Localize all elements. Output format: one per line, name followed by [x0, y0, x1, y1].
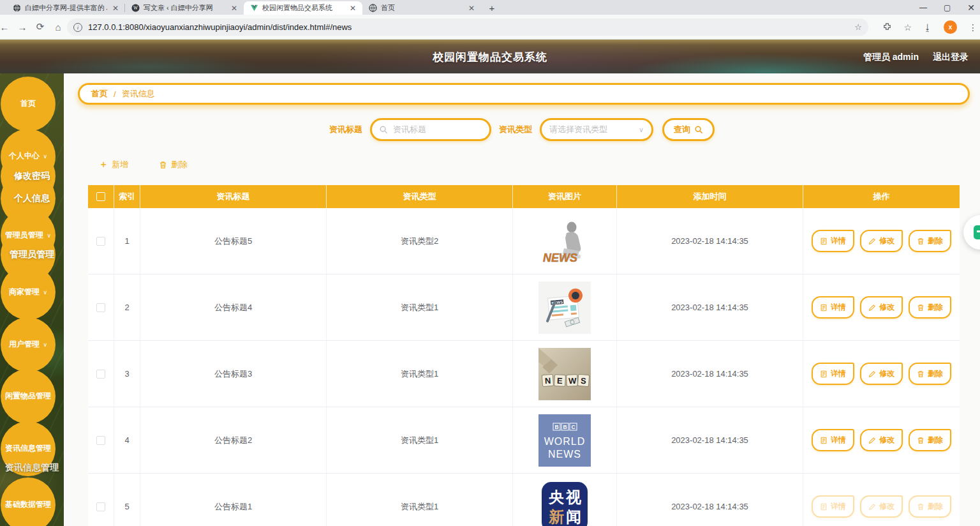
news-title-input[interactable]: 资讯标题: [370, 118, 491, 141]
news-flat-image[interactable]: NEWS: [538, 282, 591, 334]
column-header-0: 索引: [114, 185, 140, 208]
edit-button[interactable]: 修改: [860, 429, 903, 451]
sidebar-item-8[interactable]: 闲置物品管理: [1, 369, 56, 424]
checkbox[interactable]: [96, 192, 105, 201]
news-figure-image[interactable]: NEWS: [538, 216, 591, 266]
back-icon[interactable]: ←: [0, 20, 11, 34]
browser-toolbar: ← → ⟳ ⌂ i 127.0.0.1:8080/xiaoyuanxianzhi…: [0, 15, 980, 40]
sidebar-subitem-3[interactable]: 个人信息: [0, 193, 64, 204]
breadcrumb-home[interactable]: 首页: [91, 88, 108, 100]
title-cell: 公告标题3: [140, 341, 327, 407]
profile-avatar[interactable]: x: [944, 20, 957, 34]
detail-button[interactable]: 详情: [812, 495, 854, 518]
type-cell: 资讯类型2: [327, 208, 513, 274]
edit-button[interactable]: 修改: [860, 230, 903, 252]
browser-tabstrip: 白嫖中分享网-提供丰富的 Java✕W写文章 ‹ 白嫖中分享网✕校园闲置物品交易…: [0, 0, 980, 15]
home-icon[interactable]: ⌂: [51, 20, 65, 34]
delete-button[interactable]: 删除: [909, 495, 951, 518]
reload-icon[interactable]: ⟳: [33, 20, 47, 34]
edit-button[interactable]: 修改: [860, 296, 903, 319]
site-info-icon[interactable]: i: [73, 23, 82, 32]
tab-close-icon[interactable]: ✕: [230, 4, 239, 13]
minimize-icon[interactable]: —: [919, 3, 927, 12]
image-cell: NEWS: [513, 274, 617, 340]
forward-icon[interactable]: →: [15, 20, 29, 34]
new-tab-button[interactable]: +: [485, 1, 499, 15]
tab-close-icon[interactable]: ✕: [348, 4, 357, 13]
checkbox[interactable]: [96, 237, 105, 246]
svg-text:W: W: [568, 375, 577, 385]
screen: 白嫖中分享网-提供丰富的 Java✕W写文章 ‹ 白嫖中分享网✕校园闲置物品交易…: [0, 0, 980, 526]
detail-button[interactable]: 详情: [812, 296, 854, 319]
svg-text:NEWS: NEWS: [548, 449, 581, 460]
delete-button[interactable]: 删除: [159, 159, 188, 170]
news-dice-image[interactable]: NEWS: [538, 348, 591, 400]
tab-title: 校园闲置物品交易系统: [262, 3, 345, 13]
sidebar-item-label: 首页: [20, 100, 36, 108]
checkbox[interactable]: [96, 303, 105, 312]
admin-user-link[interactable]: 管理员 admin: [863, 52, 919, 63]
browser-tab-0[interactable]: 白嫖中分享网-提供丰富的 Java✕: [6, 1, 125, 15]
image-cell: NEWS: [513, 208, 617, 274]
trash-icon: [917, 304, 924, 312]
sidebar-item-label: 闲置物品管理: [5, 392, 51, 400]
title-cell: 公告标题2: [140, 407, 327, 473]
cctv-logo-image[interactable]: 央视新闻: [541, 481, 588, 526]
svg-text:B: B: [554, 423, 558, 430]
browser-tab-1[interactable]: W写文章 ‹ 白嫖中分享网✕: [125, 1, 244, 15]
query-button[interactable]: 查询: [662, 118, 715, 141]
add-button[interactable]: ＋ 新增: [99, 159, 128, 170]
close-icon[interactable]: ✕: [967, 3, 975, 13]
url-text[interactable]: 127.0.0.1:8080/xiaoyuanxianzhiwupinjiaoy…: [88, 22, 854, 32]
globe-dark-icon: [13, 4, 21, 12]
sidebar-item-label: 个人中心 ∨: [9, 152, 47, 160]
url-bar[interactable]: i 127.0.0.1:8080/xiaoyuanxianzhiwupinjia…: [67, 19, 868, 36]
checkbox[interactable]: [96, 370, 105, 379]
sidebar-subitem-5[interactable]: 管理员管理: [0, 249, 64, 260]
detail-button[interactable]: 详情: [812, 429, 854, 451]
bbc-logo-image[interactable]: BBCWORLDNEWS: [538, 414, 591, 467]
logout-link[interactable]: 退出登录: [933, 52, 969, 63]
sidebar-subitem-2[interactable]: 修改密码: [0, 170, 64, 182]
edit-button[interactable]: 修改: [860, 363, 903, 385]
tab-close-icon[interactable]: ✕: [467, 4, 476, 13]
svg-text:E: E: [557, 375, 563, 385]
search-form: 资讯标题 资讯标题 资讯类型 请选择资讯类型 ∨ 查询: [64, 118, 980, 141]
edit-button[interactable]: 修改: [860, 495, 903, 518]
sidebar-item-11[interactable]: 基础数据管理: [1, 477, 56, 526]
checkbox[interactable]: [96, 502, 105, 511]
bookmark-star-icon[interactable]: ☆: [854, 22, 862, 32]
widget-green-icon: [974, 225, 980, 239]
delete-button[interactable]: 删除: [909, 429, 951, 451]
sidebar-item-0[interactable]: 首页: [1, 77, 56, 132]
window-controls: — ▢ ✕: [919, 0, 975, 15]
maximize-icon[interactable]: ▢: [944, 3, 951, 12]
detail-button[interactable]: 详情: [812, 363, 854, 385]
title-cell: 公告标题4: [140, 274, 327, 340]
sidebar-item-6[interactable]: 商家管理 ∨: [1, 265, 56, 320]
browser-tab-3[interactable]: 首页✕: [362, 1, 481, 15]
menu-kebab-icon[interactable]: ⋮: [969, 22, 977, 33]
actions-cell: 详情修改删除: [803, 341, 960, 407]
download-icon[interactable]: ⭳: [923, 22, 932, 33]
checkbox[interactable]: [96, 436, 105, 445]
extensions-icon[interactable]: [882, 22, 892, 33]
header-select-all[interactable]: [88, 185, 114, 208]
column-header-2: 资讯类型: [327, 185, 513, 208]
actions-cell: 详情修改删除: [803, 407, 960, 473]
tab-close-icon[interactable]: ✕: [111, 4, 120, 13]
sidebar-item-label: 管理员管理 ∨: [5, 231, 51, 239]
floating-widget-button[interactable]: [963, 215, 980, 250]
bookmarks-icon[interactable]: ☆: [903, 22, 912, 33]
sidebar-item-7[interactable]: 用户管理 ∨: [1, 317, 56, 372]
edit-pen-icon: [868, 503, 876, 511]
delete-button[interactable]: 删除: [909, 363, 951, 385]
delete-button[interactable]: 删除: [909, 230, 951, 252]
app-title: 校园闲置物品交易系统: [0, 50, 980, 64]
delete-button[interactable]: 删除: [909, 296, 951, 319]
news-type-select[interactable]: 请选择资讯类型 ∨: [540, 118, 653, 141]
sidebar-subitem-10[interactable]: 资讯信息管理: [0, 462, 64, 474]
detail-button[interactable]: 详情: [812, 230, 854, 252]
trash-icon: [917, 237, 924, 245]
browser-tab-2[interactable]: 校园闲置物品交易系统✕: [244, 1, 362, 15]
